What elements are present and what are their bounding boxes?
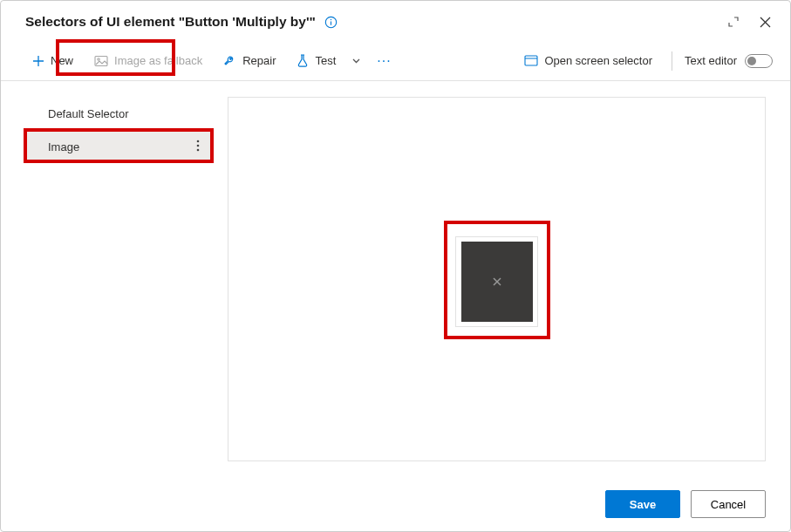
svg-point-13 [197,148,200,151]
svg-point-12 [197,144,200,147]
image-fallback-label: Image as fallback [114,54,202,67]
content-area [212,81,790,477]
toggle-knob [747,57,756,65]
x-icon [491,276,503,288]
new-label: New [51,54,73,67]
captured-image[interactable] [455,236,538,327]
info-icon[interactable] [324,16,338,29]
flask-icon [297,54,309,67]
separator [672,51,672,71]
open-screen-selector-label: Open screen selector [544,54,652,67]
screen-selector-icon [524,55,538,66]
plus-icon [32,55,44,67]
wrench-icon [223,54,236,67]
dialog-footer: Save Cancel [1,477,790,531]
text-editor-toggle[interactable] [745,54,773,68]
text-editor-label: Text editor [685,54,737,67]
svg-point-11 [197,140,200,142]
selector-item-default[interactable]: Default Selector [27,97,212,130]
new-button[interactable]: New [25,49,80,72]
selector-item-label: Default Selector [48,107,129,120]
close-icon[interactable] [757,14,773,30]
open-screen-selector-button[interactable]: Open screen selector [517,49,659,72]
image-canvas [228,97,766,461]
cancel-button[interactable]: Cancel [691,490,766,518]
svg-point-2 [331,18,331,19]
toolbar: New Image as fallback Repair Test ··· Op… [1,41,790,81]
repair-label: Repair [242,54,276,67]
image-icon [94,55,108,67]
test-button[interactable]: Test [290,49,343,72]
svg-point-8 [98,58,99,59]
expand-icon[interactable] [726,14,741,30]
svg-rect-9 [525,56,537,65]
item-menu-icon[interactable] [196,140,200,154]
selector-item-label: Image [48,140,79,153]
main-area: Default Selector Image [1,81,790,477]
selector-item-image[interactable]: Image [27,130,212,163]
save-button[interactable]: Save [605,490,680,518]
test-label: Test [315,54,336,67]
captured-image-inner [461,242,533,322]
svg-rect-7 [95,56,107,65]
dialog-title: Selectors of UI element "Button 'Multipl… [25,14,316,30]
titlebar: Selectors of UI element "Button 'Multipl… [1,1,790,41]
more-actions-button[interactable]: ··· [370,48,398,74]
test-dropdown-chevron[interactable] [346,51,366,71]
repair-button[interactable]: Repair [216,49,283,72]
image-as-fallback-button: Image as fallback [87,49,209,72]
selector-sidebar: Default Selector Image [1,81,212,477]
